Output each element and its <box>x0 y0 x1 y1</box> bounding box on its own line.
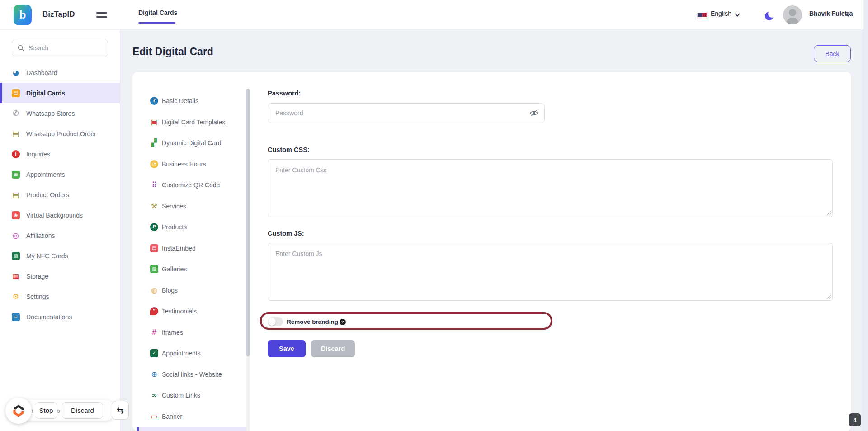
window-scrollbar-track[interactable] <box>863 0 868 431</box>
card-subnav-list: ? Basic Details ▣ Digital Card Templates… <box>137 90 247 431</box>
subnav-item-active-partial[interactable] <box>137 427 247 431</box>
pie-chart-icon: ◕ <box>12 69 20 77</box>
storage-icon: ▦ <box>12 272 20 280</box>
stop-button[interactable]: Stop <box>35 402 57 419</box>
sidebar-item-dashboard[interactable]: ◕ Dashboard <box>0 62 120 83</box>
custom-css-label: Custom CSS: <box>268 146 310 153</box>
sidebar-item-appointments[interactable]: ▦ Appointments <box>0 164 120 185</box>
subnav-item-banner[interactable]: ▭ Banner <box>137 406 247 427</box>
id-card-icon: ▤ <box>12 89 20 97</box>
password-input[interactable] <box>268 103 545 123</box>
subnav-item-appointments[interactable]: ✓ Appointments <box>137 343 247 364</box>
language-selector[interactable]: English <box>711 10 731 17</box>
sidebar-item-whatsapp-product-order[interactable]: ▤ Whatsapp Product Order <box>0 123 120 144</box>
toggle-knob <box>268 318 276 326</box>
sidebar-item-settings[interactable]: ⚙ Settings <box>0 286 120 307</box>
subnav-item-iframes[interactable]: # Iframes <box>137 322 247 343</box>
help-question-icon[interactable]: ? <box>340 319 346 325</box>
link-icon: ∞ <box>150 391 158 399</box>
question-icon: ? <box>150 97 158 105</box>
sidebar-nav-list: ◕ Dashboard ▤ Digital Cards ✆ Whatsapp S… <box>0 62 120 327</box>
custom-css-textarea[interactable] <box>268 159 833 217</box>
sidebar-item-whatsapp-stores[interactable]: ✆ Whatsapp Stores <box>0 103 120 123</box>
sidebar: ◕ Dashboard ▤ Digital Cards ✆ Whatsapp S… <box>0 30 120 431</box>
custom-js-textarea[interactable] <box>268 243 833 301</box>
dark-mode-moon-icon[interactable] <box>765 12 774 20</box>
subnav-item-blogs[interactable]: ◍ Blogs <box>137 280 247 301</box>
crop-icon: # <box>150 328 158 336</box>
sidebar-item-affiliations[interactable]: ◎ Affiliations <box>0 225 120 246</box>
subnav-item-galleries[interactable]: ▨ Galleries <box>137 259 247 280</box>
brand-logo: b <box>14 5 32 25</box>
subnav-item-custom-links[interactable]: ∞ Custom Links <box>137 385 247 406</box>
search-input[interactable] <box>28 44 96 52</box>
custom-css-wrap <box>268 159 833 217</box>
clipboard-icon: ▤ <box>150 244 158 252</box>
info-icon: i <box>12 150 20 158</box>
subnav-scrollbar-thumb[interactable] <box>246 89 250 356</box>
subnav-item-digital-card-templates[interactable]: ▣ Digital Card Templates <box>137 112 247 133</box>
wrench-icon: ⚒ <box>150 202 158 210</box>
subnav-item-services[interactable]: ⚒ Services <box>137 196 247 217</box>
edit-card-panel: ? Basic Details ▣ Digital Card Templates… <box>132 72 851 431</box>
gear-icon: ⚙ <box>12 293 20 301</box>
password-field-wrap <box>268 103 545 123</box>
sidebar-item-my-nfc-cards[interactable]: ▤ My NFC Cards <box>0 246 120 266</box>
banner-icon: ▭ <box>150 412 158 421</box>
chevron-down-icon[interactable] <box>735 11 740 16</box>
subnav-item-testimonials[interactable]: “ Testimonials <box>137 301 247 322</box>
hamburger-menu-icon[interactable] <box>96 12 107 19</box>
subnav-scrollbar-track[interactable] <box>246 89 250 431</box>
sidebar-item-virtual-backgrounds[interactable]: ◉ Virtual Backgrounds <box>0 205 120 225</box>
testimonial-icon: “ <box>150 307 158 315</box>
top-header: b BizTapID Digital Cards English Bhavik … <box>0 0 868 30</box>
dynamic-card-icon: ▞ <box>150 139 158 147</box>
password-label: Password: <box>268 90 301 97</box>
subnav-item-customize-qr-code[interactable]: ⠿ Customize QR Code <box>137 175 247 196</box>
badge-icon: ◉ <box>12 211 20 219</box>
back-button[interactable]: Back <box>814 45 851 62</box>
subnav-item-products[interactable]: P Products <box>137 217 247 238</box>
template-icon: ▣ <box>150 118 158 126</box>
qr-code-icon: ⠿ <box>150 181 158 189</box>
notification-count-badge[interactable]: 4 <box>849 413 861 426</box>
sidebar-search <box>12 39 108 57</box>
sidebar-item-documentations[interactable]: ≡ Documentations <box>0 307 120 327</box>
sidebar-item-inquiries[interactable]: i Inquiries <box>0 144 120 164</box>
recorder-logo-icon <box>11 403 26 418</box>
subnav-item-basic-details[interactable]: ? Basic Details <box>137 90 247 112</box>
eye-slash-icon[interactable] <box>529 109 538 118</box>
subnav-item-dynamic-digital-card[interactable]: ▞ Dynamic Digital Card <box>137 133 247 154</box>
subnav-item-business-hours[interactable]: ◔ Business Hours <box>137 154 247 175</box>
money-icon: ▤ <box>12 191 20 199</box>
calendar-icon: ▦ <box>12 171 20 179</box>
app-root: b BizTapID Digital Cards English Bhavik … <box>0 0 868 431</box>
tab-digital-cards[interactable]: Digital Cards <box>138 9 177 20</box>
product-icon: P <box>150 223 158 231</box>
globe-icon: ⊕ <box>150 370 158 379</box>
discard-button[interactable]: Discard <box>311 340 355 357</box>
search-icon <box>18 45 24 52</box>
clock-icon: ◔ <box>150 160 158 168</box>
custom-js-wrap <box>268 243 833 301</box>
blog-icon: ◍ <box>150 286 158 294</box>
remove-branding-toggle[interactable] <box>268 317 283 326</box>
calendar-check-icon: ✓ <box>150 349 158 357</box>
user-avatar[interactable] <box>783 5 802 24</box>
recorder-logo-button[interactable] <box>5 398 32 424</box>
swap-arrows-button[interactable]: ⇆ <box>112 401 129 420</box>
subnav-item-social-links-website[interactable]: ⊕ Social links - Website <box>137 364 247 385</box>
sidebar-item-digital-cards[interactable]: ▤ Digital Cards <box>0 83 120 103</box>
subnav-item-instaembed[interactable]: ▤ InstaEmbed <box>137 238 247 259</box>
sidebar-item-storage[interactable]: ▦ Storage <box>0 266 120 286</box>
remove-branding-label: Remove branding <box>287 318 338 325</box>
recorder-discard-button[interactable]: Discard <box>62 402 103 419</box>
sidebar-item-product-orders[interactable]: ▤ Product Orders <box>0 185 120 205</box>
page-title: Edit Digital Card <box>132 46 213 58</box>
brand-name: BizTapID <box>42 10 75 19</box>
brand-logo-glyph: b <box>19 9 26 21</box>
save-button[interactable]: Save <box>268 340 306 357</box>
money-icon: ▤ <box>12 130 20 138</box>
us-flag-icon <box>697 13 707 19</box>
whatsapp-icon: ✆ <box>12 109 20 118</box>
